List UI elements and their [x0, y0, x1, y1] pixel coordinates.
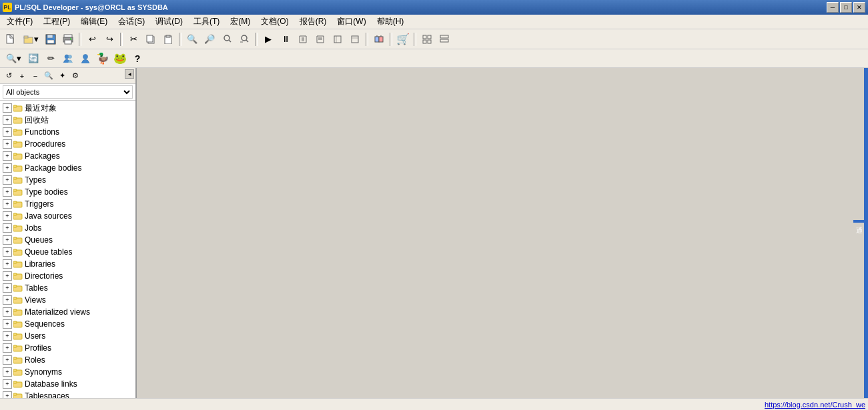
tree-item[interactable]: + Tablespaces: [0, 390, 135, 398]
close-button[interactable]: ✕: [853, 2, 865, 13]
tb-save[interactable]: [43, 32, 59, 47]
panel-btn-add[interactable]: +: [16, 70, 28, 82]
menu-docs[interactable]: 文档(O): [256, 15, 294, 29]
tb-something[interactable]: [236, 32, 252, 47]
expand-btn[interactable]: +: [3, 103, 12, 113]
tb-open[interactable]: ▾: [20, 32, 41, 47]
expand-btn[interactable]: +: [3, 271, 12, 281]
expand-btn[interactable]: +: [3, 235, 12, 245]
tb-find-next[interactable]: 🔎: [201, 32, 218, 47]
tb-undo[interactable]: ↩: [84, 32, 100, 47]
menu-debug[interactable]: 调试(D): [150, 15, 188, 29]
minimize-button[interactable]: ─: [827, 2, 839, 13]
maximize-button[interactable]: □: [840, 2, 852, 13]
tb2-duck2[interactable]: 🐸: [112, 51, 128, 66]
expand-btn[interactable]: +: [3, 355, 12, 365]
tree-item[interactable]: + Java sources: [0, 210, 135, 222]
menu-macro[interactable]: 宏(M): [225, 15, 256, 29]
tree-item[interactable]: + Database links: [0, 378, 135, 390]
tree-item[interactable]: + Queue tables: [0, 246, 135, 258]
tb2-users2[interactable]: [77, 51, 93, 66]
tb2-help[interactable]: ?: [129, 51, 145, 66]
expand-btn[interactable]: +: [3, 187, 12, 197]
tree-item[interactable]: + Type bodies: [0, 186, 135, 198]
tree-item[interactable]: + Package bodies: [0, 162, 135, 174]
menu-session[interactable]: 会话(S): [113, 15, 150, 29]
expand-btn[interactable]: +: [3, 175, 12, 185]
expand-btn[interactable]: +: [3, 139, 12, 149]
tb-find2[interactable]: [219, 32, 235, 47]
tb-cart[interactable]: 🛒: [395, 32, 411, 47]
expand-btn[interactable]: +: [3, 259, 12, 269]
tree-item[interactable]: + Triggers: [0, 198, 135, 210]
tb-something3[interactable]: [347, 32, 363, 47]
tb2-search[interactable]: 🔍▾: [3, 51, 24, 66]
panel-btn-search[interactable]: 🔍: [43, 70, 55, 82]
expand-btn[interactable]: +: [3, 151, 12, 161]
tree-item[interactable]: + Types: [0, 174, 135, 186]
tree-item[interactable]: + 回收站: [0, 114, 135, 126]
menu-project[interactable]: 工程(P): [38, 15, 75, 29]
tree-item[interactable]: + Jobs: [0, 222, 135, 234]
expand-btn[interactable]: +: [3, 115, 12, 125]
tree-item[interactable]: + Functions: [0, 126, 135, 138]
tb-compile2[interactable]: [312, 32, 328, 47]
expand-btn[interactable]: +: [3, 199, 12, 209]
tree-item[interactable]: + Queues: [0, 234, 135, 246]
expand-btn[interactable]: +: [3, 223, 12, 233]
filter-select[interactable]: All objects My objects SYS objects: [3, 85, 133, 99]
expand-btn[interactable]: +: [3, 379, 12, 389]
tb-something2[interactable]: [330, 32, 346, 47]
expand-btn[interactable]: +: [3, 307, 12, 317]
tree-item[interactable]: + Materialized views: [0, 306, 135, 318]
tb-find[interactable]: 🔍: [184, 32, 200, 47]
tb-print[interactable]: [60, 32, 76, 47]
tree-item[interactable]: + Directories: [0, 270, 135, 282]
tree-container[interactable]: + 最近对象+ 回收站+ Functions+ Procedures+ Pack…: [0, 101, 135, 398]
tb-grid2[interactable]: [436, 32, 452, 47]
tb-stop[interactable]: ⏸: [278, 32, 294, 47]
panel-collapse-btn[interactable]: ◂: [125, 69, 134, 79]
expand-btn[interactable]: +: [3, 319, 12, 329]
menu-file[interactable]: 文件(F): [1, 15, 38, 29]
panel-btn-remove[interactable]: −: [29, 70, 41, 82]
menu-tools[interactable]: 工具(T): [188, 15, 225, 29]
menu-window[interactable]: 窗口(W): [332, 15, 371, 29]
tb-execute[interactable]: ▶: [260, 32, 276, 47]
tree-item[interactable]: + 最近对象: [0, 102, 135, 114]
tree-item[interactable]: + Libraries: [0, 258, 135, 270]
tb-copy[interactable]: [143, 32, 159, 47]
expand-btn[interactable]: +: [3, 211, 12, 221]
expand-btn[interactable]: +: [3, 163, 12, 173]
side-tab-indicator[interactable]: 通: [853, 220, 864, 223]
tree-item[interactable]: + Procedures: [0, 138, 135, 150]
panel-btn-refresh[interactable]: ↺: [3, 70, 15, 82]
tree-item[interactable]: + Synonyms: [0, 366, 135, 378]
tb-grid1[interactable]: [419, 32, 435, 47]
tree-item[interactable]: + Tables: [0, 282, 135, 294]
tb2-edit[interactable]: ✏: [43, 51, 59, 66]
tb-compile[interactable]: [295, 32, 311, 47]
tree-item[interactable]: + Users: [0, 330, 135, 342]
expand-btn[interactable]: +: [3, 391, 12, 398]
tree-item[interactable]: + Profiles: [0, 342, 135, 354]
tb2-refresh[interactable]: 🔄: [25, 51, 41, 66]
expand-btn[interactable]: +: [3, 367, 12, 377]
menu-report[interactable]: 报告(R): [294, 15, 332, 29]
expand-btn[interactable]: +: [3, 127, 12, 137]
menu-help[interactable]: 帮助(H): [372, 15, 410, 29]
tb-redo[interactable]: ↪: [101, 32, 117, 47]
expand-btn[interactable]: +: [3, 247, 12, 257]
expand-btn[interactable]: +: [3, 295, 12, 305]
tb2-duck1[interactable]: 🦆: [95, 51, 111, 66]
expand-btn[interactable]: +: [3, 283, 12, 293]
tree-item[interactable]: + Roles: [0, 354, 135, 366]
menu-edit[interactable]: 编辑(E): [75, 15, 113, 29]
expand-btn[interactable]: +: [3, 331, 12, 341]
tb-something4[interactable]: [371, 32, 387, 47]
tb-cut[interactable]: ✂: [125, 32, 141, 47]
tb-paste[interactable]: [160, 32, 176, 47]
tb-new[interactable]: [3, 32, 19, 47]
panel-btn-config[interactable]: ⚙: [69, 70, 81, 82]
expand-btn[interactable]: +: [3, 343, 12, 353]
